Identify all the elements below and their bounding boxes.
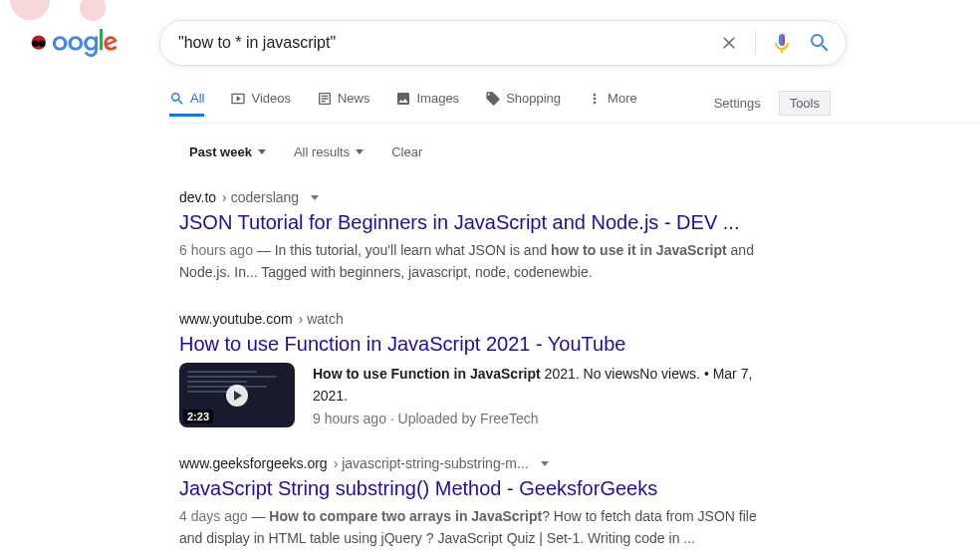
result-domain: www.geeksforgeeks.org	[179, 455, 328, 471]
filter-time[interactable]: Past week	[189, 144, 266, 159]
filter-results[interactable]: All results	[294, 144, 364, 159]
images-icon	[395, 91, 411, 107]
search-box	[159, 20, 847, 66]
tools-button[interactable]: Tools	[779, 91, 831, 116]
result-item: www.geeksforgeeks.org › javascript-strin…	[179, 455, 777, 549]
result-snippet: 6 hours ago — In this tutorial, you'll l…	[179, 239, 777, 283]
google-logo[interactable]	[28, 28, 120, 61]
news-icon	[317, 91, 333, 107]
voice-search-icon[interactable]	[770, 31, 794, 55]
result-path: › coderslang	[222, 189, 299, 205]
tab-more-label: More	[608, 91, 637, 106]
chevron-down-icon[interactable]	[311, 195, 319, 200]
chevron-down-icon	[356, 149, 364, 154]
result-breadcrumb[interactable]: www.geeksforgeeks.org › javascript-strin…	[179, 455, 777, 471]
search-input[interactable]	[174, 34, 717, 52]
chevron-down-icon[interactable]	[541, 461, 549, 466]
video-result: 2:23 How to use Function in JavaScript 2…	[179, 363, 777, 427]
result-path: › watch	[299, 311, 344, 327]
settings-link[interactable]: Settings	[714, 96, 761, 111]
filter-time-label: Past week	[189, 144, 252, 159]
tab-shopping-label: Shopping	[506, 91, 561, 106]
result-title-link[interactable]: How to use Function in JavaScript 2021 -…	[179, 331, 777, 357]
chevron-down-icon	[258, 149, 266, 154]
filter-results-label: All results	[294, 144, 350, 159]
tab-shopping[interactable]: Shopping	[485, 91, 561, 117]
result-time: 4 days ago	[179, 508, 248, 524]
tab-images[interactable]: Images	[395, 91, 459, 117]
tab-images-label: Images	[416, 91, 459, 106]
video-icon	[230, 91, 246, 107]
result-breadcrumb[interactable]: dev.to › coderslang	[179, 189, 777, 205]
video-thumbnail[interactable]: 2:23	[179, 363, 295, 427]
result-title-link[interactable]: JavaScript String substring() Method - G…	[179, 475, 777, 501]
tab-news[interactable]: News	[317, 91, 370, 117]
result-domain: www.youtube.com	[179, 311, 293, 327]
result-path: › javascript-string-substring-m...	[334, 455, 529, 471]
search-icon[interactable]	[808, 31, 832, 55]
tab-news-label: News	[338, 91, 370, 106]
divider	[755, 31, 756, 55]
tab-videos-label: Videos	[251, 91, 291, 106]
video-upload-info: 9 hours ago · Uploaded by FreeTech	[313, 411, 777, 426]
filter-clear-label: Clear	[391, 144, 422, 159]
video-snippet: How to use Function in JavaScript 2021. …	[313, 363, 777, 407]
search-results: dev.to › coderslang JSON Tutorial for Be…	[179, 189, 777, 549]
result-time: 6 hours ago	[179, 242, 253, 258]
svg-point-1	[32, 40, 39, 47]
video-duration: 2:23	[183, 410, 213, 423]
search-tabs: All Videos News Images Shopping More Set…	[169, 84, 980, 124]
result-snippet: 4 days ago — How to compare two arrays i…	[179, 505, 777, 549]
tab-all[interactable]: All	[169, 91, 204, 117]
tab-videos[interactable]: Videos	[230, 91, 291, 117]
header	[0, 0, 980, 66]
more-dots-icon	[587, 91, 603, 107]
tools-filter-row: Past week All results Clear	[189, 136, 980, 167]
shopping-icon	[485, 91, 501, 107]
play-icon	[226, 385, 248, 407]
filter-clear[interactable]: Clear	[391, 144, 422, 159]
result-breadcrumb[interactable]: www.youtube.com › watch	[179, 311, 777, 327]
result-domain: dev.to	[179, 189, 216, 205]
clear-search-icon[interactable]	[717, 31, 741, 55]
tab-all-label: All	[190, 91, 204, 106]
result-item: dev.to › coderslang JSON Tutorial for Be…	[179, 189, 777, 283]
result-title-link[interactable]: JSON Tutorial for Beginners in JavaScrip…	[179, 209, 777, 235]
tab-more[interactable]: More	[587, 91, 637, 117]
search-small-icon	[169, 91, 185, 107]
svg-point-2	[39, 40, 46, 47]
search-container	[159, 20, 847, 66]
result-item: www.youtube.com › watch How to use Funct…	[179, 311, 777, 427]
